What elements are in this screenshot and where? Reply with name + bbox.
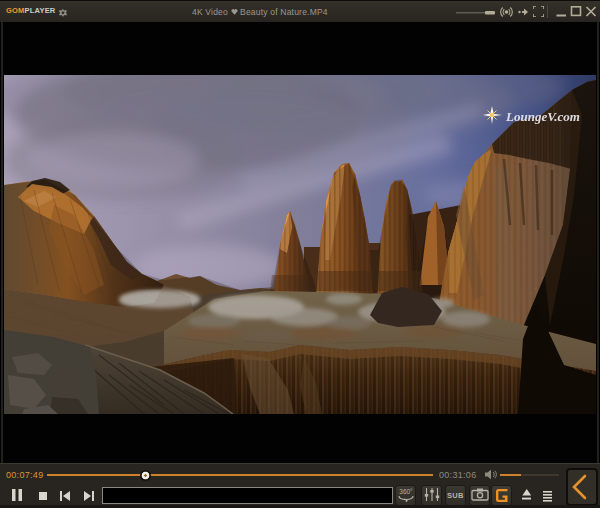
svg-text:360°: 360° [399,488,413,495]
svg-text:LoungeV.com: LoungeV.com [505,109,580,124]
